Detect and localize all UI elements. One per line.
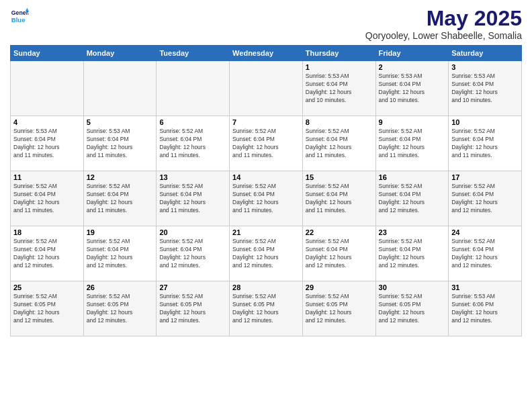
week-row-4: 25Sunrise: 5:52 AMSunset: 6:05 PMDayligh… bbox=[11, 281, 522, 336]
week-row-1: 4Sunrise: 5:53 AMSunset: 6:04 PMDaylight… bbox=[11, 116, 522, 171]
day-info: Sunrise: 5:52 AMSunset: 6:04 PMDaylight:… bbox=[451, 128, 519, 160]
day-info: Sunrise: 5:52 AMSunset: 6:04 PMDaylight:… bbox=[13, 183, 81, 215]
day-number: 14 bbox=[232, 173, 300, 181]
day-info: Sunrise: 5:53 AMSunset: 6:06 PMDaylight:… bbox=[451, 293, 519, 325]
calendar-table: Sunday Monday Tuesday Wednesday Thursday… bbox=[10, 45, 522, 336]
col-saturday: Saturday bbox=[449, 46, 522, 61]
day-number: 9 bbox=[379, 118, 446, 126]
page-header: General Blue May 2025 Qoryooley, Lower S… bbox=[10, 7, 522, 41]
main-title: May 2025 bbox=[365, 7, 522, 30]
calendar-cell: 28Sunrise: 5:52 AMSunset: 6:05 PMDayligh… bbox=[230, 281, 303, 336]
day-info: Sunrise: 5:52 AMSunset: 6:04 PMDaylight:… bbox=[159, 128, 226, 160]
day-number: 12 bbox=[87, 173, 154, 181]
day-number: 31 bbox=[451, 283, 519, 291]
calendar-cell: 20Sunrise: 5:52 AMSunset: 6:04 PMDayligh… bbox=[157, 226, 230, 281]
week-row-0: 1Sunrise: 5:53 AMSunset: 6:04 PMDaylight… bbox=[11, 61, 522, 116]
day-info: Sunrise: 5:52 AMSunset: 6:04 PMDaylight:… bbox=[379, 183, 446, 215]
calendar-cell: 3Sunrise: 5:53 AMSunset: 6:04 PMDaylight… bbox=[449, 61, 522, 116]
col-tuesday: Tuesday bbox=[157, 46, 230, 61]
calendar-cell: 25Sunrise: 5:52 AMSunset: 6:05 PMDayligh… bbox=[11, 281, 84, 336]
day-info: Sunrise: 5:53 AMSunset: 6:04 PMDaylight:… bbox=[379, 73, 446, 105]
day-info: Sunrise: 5:52 AMSunset: 6:04 PMDaylight:… bbox=[232, 238, 300, 270]
day-number: 2 bbox=[379, 63, 446, 71]
calendar-cell: 18Sunrise: 5:52 AMSunset: 6:04 PMDayligh… bbox=[11, 226, 84, 281]
day-number: 6 bbox=[159, 118, 226, 126]
calendar-page: General Blue May 2025 Qoryooley, Lower S… bbox=[0, 0, 532, 411]
day-number: 10 bbox=[451, 118, 519, 126]
day-info: Sunrise: 5:52 AMSunset: 6:05 PMDaylight:… bbox=[159, 293, 226, 325]
col-wednesday: Wednesday bbox=[230, 46, 303, 61]
day-number: 8 bbox=[306, 118, 373, 126]
calendar-cell: 8Sunrise: 5:52 AMSunset: 6:04 PMDaylight… bbox=[302, 116, 375, 171]
day-info: Sunrise: 5:52 AMSunset: 6:05 PMDaylight:… bbox=[232, 293, 300, 325]
calendar-cell: 22Sunrise: 5:52 AMSunset: 6:04 PMDayligh… bbox=[302, 226, 375, 281]
day-info: Sunrise: 5:52 AMSunset: 6:04 PMDaylight:… bbox=[232, 128, 300, 160]
day-number: 15 bbox=[306, 173, 373, 181]
day-info: Sunrise: 5:52 AMSunset: 6:04 PMDaylight:… bbox=[232, 183, 300, 215]
calendar-cell: 31Sunrise: 5:53 AMSunset: 6:06 PMDayligh… bbox=[449, 281, 522, 336]
day-info: Sunrise: 5:52 AMSunset: 6:05 PMDaylight:… bbox=[379, 293, 446, 325]
day-info: Sunrise: 5:52 AMSunset: 6:04 PMDaylight:… bbox=[159, 238, 226, 270]
calendar-cell: 27Sunrise: 5:52 AMSunset: 6:05 PMDayligh… bbox=[157, 281, 230, 336]
day-info: Sunrise: 5:53 AMSunset: 6:04 PMDaylight:… bbox=[13, 128, 81, 160]
day-number: 25 bbox=[13, 283, 81, 291]
day-info: Sunrise: 5:52 AMSunset: 6:04 PMDaylight:… bbox=[451, 183, 519, 215]
day-number: 27 bbox=[159, 283, 226, 291]
col-monday: Monday bbox=[83, 46, 157, 61]
day-info: Sunrise: 5:52 AMSunset: 6:05 PMDaylight:… bbox=[13, 293, 81, 325]
calendar-cell bbox=[83, 61, 157, 116]
day-number: 17 bbox=[451, 173, 519, 181]
calendar-cell bbox=[11, 61, 84, 116]
calendar-cell: 16Sunrise: 5:52 AMSunset: 6:04 PMDayligh… bbox=[375, 171, 449, 226]
calendar-cell: 6Sunrise: 5:52 AMSunset: 6:04 PMDaylight… bbox=[157, 116, 230, 171]
day-info: Sunrise: 5:52 AMSunset: 6:04 PMDaylight:… bbox=[159, 183, 226, 215]
day-number: 24 bbox=[451, 228, 519, 236]
day-number: 13 bbox=[159, 173, 226, 181]
day-info: Sunrise: 5:52 AMSunset: 6:04 PMDaylight:… bbox=[306, 128, 373, 160]
day-info: Sunrise: 5:53 AMSunset: 6:04 PMDaylight:… bbox=[87, 128, 154, 160]
calendar-cell: 23Sunrise: 5:52 AMSunset: 6:04 PMDayligh… bbox=[375, 226, 449, 281]
calendar-cell: 19Sunrise: 5:52 AMSunset: 6:04 PMDayligh… bbox=[83, 226, 157, 281]
calendar-cell bbox=[230, 61, 303, 116]
calendar-cell: 15Sunrise: 5:52 AMSunset: 6:04 PMDayligh… bbox=[302, 171, 375, 226]
calendar-cell bbox=[157, 61, 230, 116]
logo: General Blue bbox=[10, 7, 29, 26]
logo-icon: General Blue bbox=[10, 7, 29, 26]
day-number: 21 bbox=[232, 228, 300, 236]
calendar-cell: 24Sunrise: 5:52 AMSunset: 6:04 PMDayligh… bbox=[449, 226, 522, 281]
day-number: 1 bbox=[306, 63, 373, 71]
col-sunday: Sunday bbox=[11, 46, 84, 61]
calendar-cell: 10Sunrise: 5:52 AMSunset: 6:04 PMDayligh… bbox=[449, 116, 522, 171]
subtitle: Qoryooley, Lower Shabeelle, Somalia bbox=[365, 30, 522, 41]
day-info: Sunrise: 5:52 AMSunset: 6:04 PMDaylight:… bbox=[379, 128, 446, 160]
day-info: Sunrise: 5:52 AMSunset: 6:04 PMDaylight:… bbox=[13, 238, 81, 270]
calendar-cell: 4Sunrise: 5:53 AMSunset: 6:04 PMDaylight… bbox=[11, 116, 84, 171]
day-info: Sunrise: 5:52 AMSunset: 6:04 PMDaylight:… bbox=[87, 183, 154, 215]
calendar-cell: 29Sunrise: 5:52 AMSunset: 6:05 PMDayligh… bbox=[302, 281, 375, 336]
day-info: Sunrise: 5:52 AMSunset: 6:04 PMDaylight:… bbox=[379, 238, 446, 270]
day-number: 20 bbox=[159, 228, 226, 236]
calendar-cell: 7Sunrise: 5:52 AMSunset: 6:04 PMDaylight… bbox=[230, 116, 303, 171]
calendar-cell: 30Sunrise: 5:52 AMSunset: 6:05 PMDayligh… bbox=[375, 281, 449, 336]
week-row-3: 18Sunrise: 5:52 AMSunset: 6:04 PMDayligh… bbox=[11, 226, 522, 281]
calendar-cell: 26Sunrise: 5:52 AMSunset: 6:05 PMDayligh… bbox=[83, 281, 157, 336]
calendar-cell: 21Sunrise: 5:52 AMSunset: 6:04 PMDayligh… bbox=[230, 226, 303, 281]
day-info: Sunrise: 5:52 AMSunset: 6:04 PMDaylight:… bbox=[451, 238, 519, 270]
day-number: 26 bbox=[87, 283, 154, 291]
day-info: Sunrise: 5:52 AMSunset: 6:04 PMDaylight:… bbox=[306, 183, 373, 215]
day-number: 22 bbox=[306, 228, 373, 236]
day-info: Sunrise: 5:52 AMSunset: 6:04 PMDaylight:… bbox=[87, 238, 154, 270]
day-number: 29 bbox=[306, 283, 373, 291]
calendar-cell: 13Sunrise: 5:52 AMSunset: 6:04 PMDayligh… bbox=[157, 171, 230, 226]
day-number: 30 bbox=[379, 283, 446, 291]
day-number: 3 bbox=[451, 63, 519, 71]
svg-text:Blue: Blue bbox=[11, 16, 26, 24]
calendar-cell: 1Sunrise: 5:53 AMSunset: 6:04 PMDaylight… bbox=[302, 61, 375, 116]
day-number: 28 bbox=[232, 283, 300, 291]
day-number: 11 bbox=[13, 173, 81, 181]
calendar-cell: 11Sunrise: 5:52 AMSunset: 6:04 PMDayligh… bbox=[11, 171, 84, 226]
calendar-cell: 9Sunrise: 5:52 AMSunset: 6:04 PMDaylight… bbox=[375, 116, 449, 171]
col-friday: Friday bbox=[375, 46, 449, 61]
col-thursday: Thursday bbox=[302, 46, 375, 61]
calendar-cell: 2Sunrise: 5:53 AMSunset: 6:04 PMDaylight… bbox=[375, 61, 449, 116]
